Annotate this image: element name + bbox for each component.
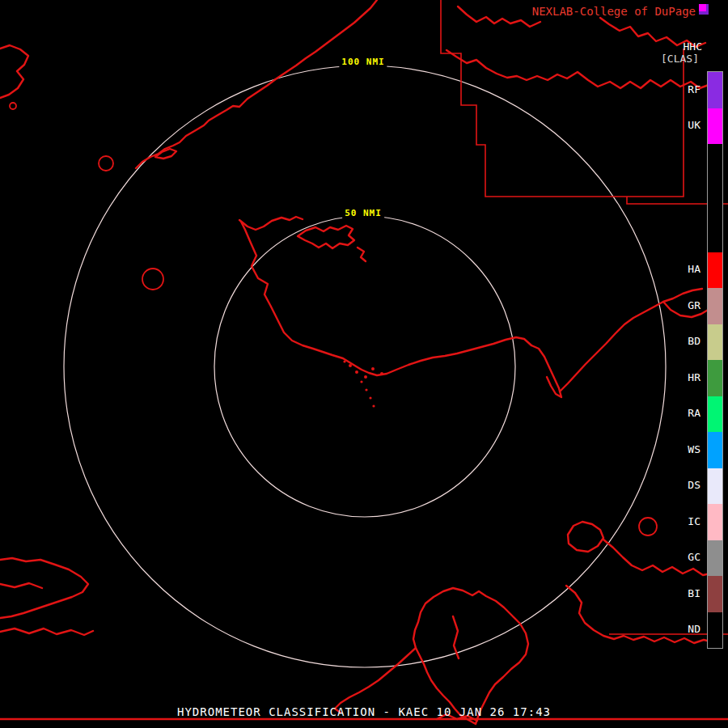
coastline-east-branch (663, 302, 709, 317)
coastline-main (241, 222, 531, 375)
legend-label-ws: WS (688, 431, 700, 468)
coastline-central-inlet (358, 248, 366, 261)
range-ring-label-50nmi: 50 NMI (342, 207, 384, 219)
product-code-label: HHC (684, 40, 702, 53)
coastline-southwest-lower (0, 629, 93, 635)
legend-segment-ra (708, 396, 722, 433)
legend-segment-bd (708, 324, 722, 361)
product-title: HYDROMETEOR CLASSIFICATION - KAEC 10 JAN… (0, 705, 728, 718)
legend-label-empty (688, 180, 700, 216)
legend-label-nd: ND (688, 612, 700, 648)
lake-west-tiny (10, 103, 16, 109)
legend-label-ds: DS (688, 468, 700, 504)
coastline-south-tail (335, 648, 416, 713)
coastline-northwest-arc (136, 0, 377, 168)
radar-display: 100 NMI 50 NMI NEXLAB-College of DuPage … (0, 0, 728, 728)
speck (365, 388, 367, 391)
product-classification-label: [CLAS] (661, 53, 699, 65)
coastline-south-island (413, 588, 528, 724)
speck (360, 380, 362, 383)
coastline-islet-northwest (155, 149, 176, 159)
lake-west-small (99, 156, 113, 171)
coastline-west-top (0, 45, 28, 98)
legend-segment-gr (708, 288, 722, 324)
legend-segment-ws (708, 432, 722, 468)
legend-segment-bi (708, 576, 722, 612)
legend-segment-gc (708, 540, 722, 577)
legend-label-empty (688, 143, 700, 180)
legend-label-bd: BD (688, 324, 700, 360)
legend-segment-ic (708, 504, 722, 540)
legend-segment-ha (708, 252, 722, 289)
speck (349, 364, 352, 367)
legend-segment-hr (708, 360, 722, 396)
lake-southeast (639, 518, 657, 535)
legend-segment-rf (708, 72, 722, 108)
speck (372, 404, 375, 407)
legend-label-ic: IC (688, 503, 700, 540)
boundary-staircase-north (441, 0, 684, 197)
legend-segment-empty (708, 144, 722, 180)
legend-segment-ds (708, 468, 722, 505)
speck (380, 372, 383, 375)
station-icon (699, 4, 709, 15)
legend-colorbar (707, 71, 723, 649)
coastline-central-bay (239, 217, 303, 230)
speck (343, 360, 345, 362)
coastline-central-islands (298, 226, 354, 248)
radar-site-specks (343, 360, 383, 407)
legend-label-ha: HA (688, 252, 700, 288)
legend-label-rf: RF (688, 71, 700, 108)
coastline-east-hook (531, 345, 561, 397)
legend-labels: RFUKHAGRBDHRRAWSDSICGCBIND (688, 71, 700, 647)
legend-label-ra: RA (688, 396, 700, 432)
coastline-southeast-island (568, 522, 603, 552)
legend-segment-uk (708, 108, 722, 145)
brand-text: NEXLAB-College of DuPage (532, 5, 696, 18)
legend-label-bi: BI (688, 575, 700, 612)
legend-label-uk: UK (688, 108, 700, 144)
radar-map (0, 0, 728, 728)
speck (364, 375, 367, 379)
range-ring-label-100nmi: 100 NMI (339, 56, 387, 68)
speck (355, 370, 358, 374)
coastlines-group (0, 0, 710, 724)
speck (371, 367, 375, 370)
coastline-southwest-inner (0, 583, 42, 588)
legend-label-hr: HR (688, 359, 700, 396)
coastline-east-shore (560, 289, 702, 392)
legend-segment-empty (708, 216, 722, 252)
coastline-southwest-blob (0, 558, 88, 618)
speck (369, 396, 371, 399)
legend-segment-empty (708, 180, 722, 217)
lake-west-large (142, 269, 163, 290)
legend-label-empty (688, 215, 700, 252)
legend-label-gc: GC (688, 540, 700, 576)
legend-segment-nd (708, 612, 722, 649)
coastline-northeast-upper (458, 6, 540, 27)
legend-label-gr: GR (688, 287, 700, 324)
